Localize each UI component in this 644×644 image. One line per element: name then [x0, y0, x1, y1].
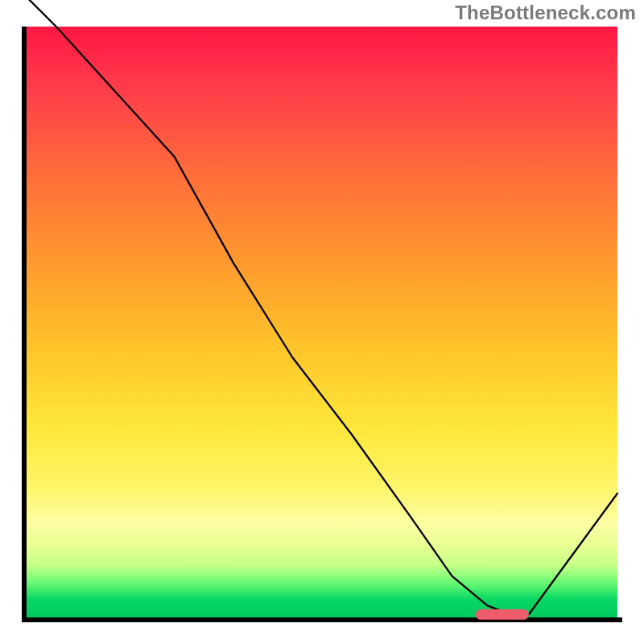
watermark-text: TheBottleneck.com: [455, 2, 636, 24]
optimal-range-marker: [476, 609, 529, 620]
bottleneck-curve: [27, 0, 617, 614]
chart-container: TheBottleneck.com: [0, 0, 644, 644]
x-axis-line: [22, 617, 622, 622]
chart-overlay: [27, 27, 617, 617]
